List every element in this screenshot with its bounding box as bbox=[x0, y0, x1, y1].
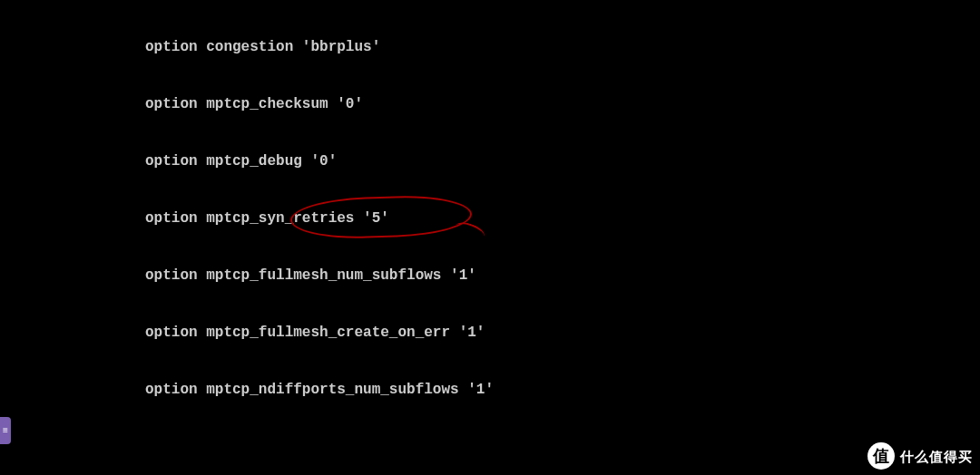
terminal-output[interactable]: option congestion 'bbrplus' option mptcp… bbox=[0, 0, 980, 475]
config-line: option congestion 'bbrplus' bbox=[0, 38, 980, 57]
config-line: option mptcp_syn_retries '5' bbox=[0, 209, 980, 228]
config-line: option mptcp_ndiffports_num_subflows '1' bbox=[0, 381, 980, 400]
config-line: option mptcp_debug '0' bbox=[0, 152, 980, 171]
watermark-text: 什么值得买 bbox=[900, 447, 973, 466]
watermark: 值 什么值得买 bbox=[867, 442, 973, 470]
config-line: option mptcp_fullmesh_num_subflows '1' bbox=[0, 267, 980, 286]
config-line: option mptcp_checksum '0' bbox=[0, 95, 980, 114]
watermark-badge-icon: 值 bbox=[867, 442, 895, 470]
side-tab-handle[interactable]: ≡ bbox=[0, 417, 11, 444]
config-line: option mptcp_fullmesh_create_on_err '1' bbox=[0, 324, 980, 343]
blank-line bbox=[0, 438, 980, 457]
menu-icon: ≡ bbox=[3, 422, 8, 441]
